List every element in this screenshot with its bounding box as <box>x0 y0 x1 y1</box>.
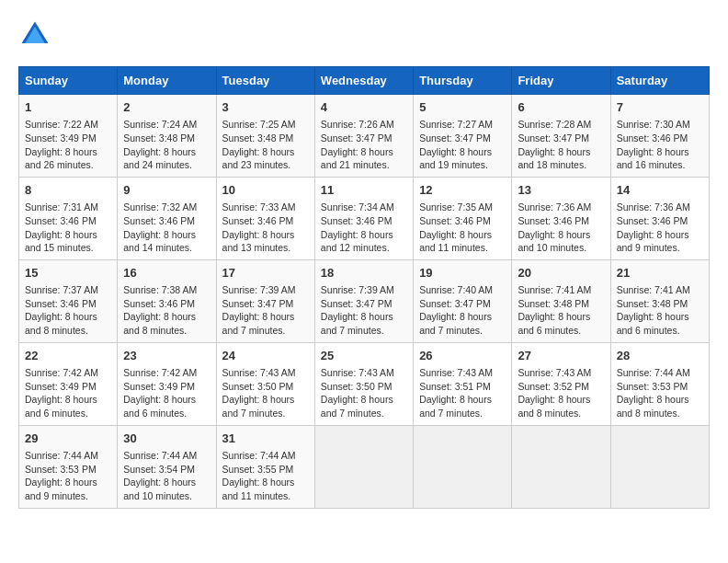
daylight-text: Daylight: 8 hours and 6 minutes. <box>617 311 689 336</box>
sunset-text: Sunset: 3:53 PM <box>25 464 97 475</box>
day-number: 20 <box>518 265 604 282</box>
calendar-cell: 31 Sunrise: 7:44 AM Sunset: 3:55 PM Dayl… <box>216 425 314 508</box>
daylight-text: Daylight: 8 hours and 9 minutes. <box>25 477 97 501</box>
calendar-week-row: 8 Sunrise: 7:31 AM Sunset: 3:46 PM Dayli… <box>19 177 710 259</box>
daylight-text: Daylight: 8 hours and 6 minutes. <box>25 394 97 419</box>
calendar-cell: 12 Sunrise: 7:35 AM Sunset: 3:46 PM Dayl… <box>414 177 512 259</box>
daylight-text: Daylight: 8 hours and 7 minutes. <box>419 394 492 419</box>
day-number: 23 <box>123 348 210 364</box>
daylight-text: Daylight: 8 hours and 9 minutes. <box>617 229 689 254</box>
calendar-cell: 25 Sunrise: 7:43 AM Sunset: 3:50 PM Dayl… <box>314 342 413 425</box>
calendar-body: 1 Sunrise: 7:22 AM Sunset: 3:49 PM Dayli… <box>19 95 710 509</box>
calendar-week-row: 29 Sunrise: 7:44 AM Sunset: 3:53 PM Dayl… <box>19 425 710 508</box>
sunrise-text: Sunrise: 7:26 AM <box>321 119 394 130</box>
day-number: 5 <box>419 99 506 116</box>
day-number: 6 <box>518 99 604 116</box>
calendar-cell <box>314 425 413 508</box>
calendar-cell: 18 Sunrise: 7:39 AM Sunset: 3:47 PM Dayl… <box>314 259 413 342</box>
weekday-header: Sunday <box>19 67 118 95</box>
sunset-text: Sunset: 3:53 PM <box>617 381 688 392</box>
sunrise-text: Sunrise: 7:32 AM <box>123 201 197 213</box>
daylight-text: Daylight: 8 hours and 12 minutes. <box>321 229 393 254</box>
daylight-text: Daylight: 8 hours and 6 minutes. <box>518 311 590 336</box>
sunset-text: Sunset: 3:47 PM <box>419 298 491 309</box>
calendar-cell: 22 Sunrise: 7:42 AM Sunset: 3:49 PM Dayl… <box>19 342 118 425</box>
sunrise-text: Sunrise: 7:30 AM <box>617 119 690 130</box>
calendar-week-row: 1 Sunrise: 7:22 AM Sunset: 3:49 PM Dayli… <box>19 95 710 178</box>
sunrise-text: Sunrise: 7:39 AM <box>222 284 296 295</box>
day-number: 15 <box>25 265 111 282</box>
calendar-cell: 13 Sunrise: 7:36 AM Sunset: 3:46 PM Dayl… <box>512 177 610 259</box>
sunset-text: Sunset: 3:49 PM <box>25 381 97 392</box>
calendar-cell: 9 Sunrise: 7:32 AM Sunset: 3:46 PM Dayli… <box>118 177 216 259</box>
calendar-cell: 8 Sunrise: 7:31 AM Sunset: 3:46 PM Dayli… <box>19 177 118 259</box>
day-number: 10 <box>222 182 309 199</box>
sunrise-text: Sunrise: 7:22 AM <box>25 119 98 130</box>
daylight-text: Daylight: 8 hours and 8 minutes. <box>123 311 196 336</box>
sunrise-text: Sunrise: 7:38 AM <box>123 284 197 295</box>
daylight-text: Daylight: 8 hours and 15 minutes. <box>25 229 97 254</box>
calendar-cell: 11 Sunrise: 7:34 AM Sunset: 3:46 PM Dayl… <box>314 177 413 259</box>
sunrise-text: Sunrise: 7:25 AM <box>222 119 296 130</box>
calendar-cell: 19 Sunrise: 7:40 AM Sunset: 3:47 PM Dayl… <box>414 259 512 342</box>
daylight-text: Daylight: 8 hours and 26 minutes. <box>25 146 97 171</box>
day-number: 13 <box>518 182 604 199</box>
calendar-cell: 20 Sunrise: 7:41 AM Sunset: 3:48 PM Dayl… <box>512 259 610 342</box>
sunrise-text: Sunrise: 7:35 AM <box>419 201 493 213</box>
calendar-cell: 10 Sunrise: 7:33 AM Sunset: 3:46 PM Dayl… <box>216 177 314 259</box>
sunrise-text: Sunrise: 7:44 AM <box>25 450 98 461</box>
sunset-text: Sunset: 3:46 PM <box>617 132 688 144</box>
sunrise-text: Sunrise: 7:36 AM <box>617 201 690 213</box>
daylight-text: Daylight: 8 hours and 16 minutes. <box>617 146 689 171</box>
calendar-cell: 17 Sunrise: 7:39 AM Sunset: 3:47 PM Dayl… <box>216 259 314 342</box>
sunset-text: Sunset: 3:46 PM <box>25 298 97 309</box>
calendar-cell <box>512 425 610 508</box>
sunset-text: Sunset: 3:50 PM <box>222 381 294 392</box>
sunrise-text: Sunrise: 7:43 AM <box>518 367 591 378</box>
weekday-header: Saturday <box>610 67 709 95</box>
calendar-week-row: 22 Sunrise: 7:42 AM Sunset: 3:49 PM Dayl… <box>19 342 710 425</box>
sunset-text: Sunset: 3:48 PM <box>123 132 195 144</box>
daylight-text: Daylight: 8 hours and 14 minutes. <box>123 229 196 254</box>
sunset-text: Sunset: 3:46 PM <box>617 215 688 226</box>
calendar-table: SundayMondayTuesdayWednesdayThursdayFrid… <box>18 66 710 509</box>
day-number: 2 <box>123 99 210 116</box>
sunset-text: Sunset: 3:49 PM <box>123 381 195 392</box>
calendar-cell: 4 Sunrise: 7:26 AM Sunset: 3:47 PM Dayli… <box>314 95 413 178</box>
sunrise-text: Sunrise: 7:40 AM <box>419 284 493 295</box>
day-number: 31 <box>222 431 309 447</box>
sunrise-text: Sunrise: 7:24 AM <box>123 119 197 130</box>
calendar-cell: 29 Sunrise: 7:44 AM Sunset: 3:53 PM Dayl… <box>19 425 118 508</box>
calendar-cell: 2 Sunrise: 7:24 AM Sunset: 3:48 PM Dayli… <box>118 95 216 178</box>
daylight-text: Daylight: 8 hours and 8 minutes. <box>617 394 689 419</box>
daylight-text: Daylight: 8 hours and 11 minutes. <box>222 477 295 501</box>
sunset-text: Sunset: 3:46 PM <box>123 215 195 226</box>
weekday-header: Monday <box>118 67 216 95</box>
sunset-text: Sunset: 3:49 PM <box>25 132 97 144</box>
day-number: 18 <box>321 265 407 282</box>
sunset-text: Sunset: 3:46 PM <box>419 215 491 226</box>
sunset-text: Sunset: 3:47 PM <box>321 132 392 144</box>
daylight-text: Daylight: 8 hours and 6 minutes. <box>123 394 196 419</box>
sunrise-text: Sunrise: 7:44 AM <box>123 450 197 461</box>
calendar-cell <box>610 425 709 508</box>
calendar-cell: 14 Sunrise: 7:36 AM Sunset: 3:46 PM Dayl… <box>610 177 709 259</box>
weekday-header: Thursday <box>414 67 512 95</box>
sunrise-text: Sunrise: 7:28 AM <box>518 119 591 130</box>
sunrise-text: Sunrise: 7:42 AM <box>123 367 197 378</box>
day-number: 30 <box>123 431 210 447</box>
day-number: 14 <box>617 182 703 199</box>
day-number: 26 <box>419 348 506 364</box>
calendar-cell: 27 Sunrise: 7:43 AM Sunset: 3:52 PM Dayl… <box>512 342 610 425</box>
sunrise-text: Sunrise: 7:42 AM <box>25 367 98 378</box>
sunset-text: Sunset: 3:47 PM <box>419 132 491 144</box>
day-number: 7 <box>617 99 703 116</box>
sunset-text: Sunset: 3:47 PM <box>321 298 392 309</box>
sunrise-text: Sunrise: 7:44 AM <box>617 367 690 378</box>
weekday-header: Friday <box>512 67 610 95</box>
daylight-text: Daylight: 8 hours and 7 minutes. <box>321 394 393 419</box>
daylight-text: Daylight: 8 hours and 7 minutes. <box>321 311 393 336</box>
sunset-text: Sunset: 3:48 PM <box>222 132 294 144</box>
sunrise-text: Sunrise: 7:43 AM <box>419 367 493 378</box>
calendar-cell: 23 Sunrise: 7:42 AM Sunset: 3:49 PM Dayl… <box>118 342 216 425</box>
